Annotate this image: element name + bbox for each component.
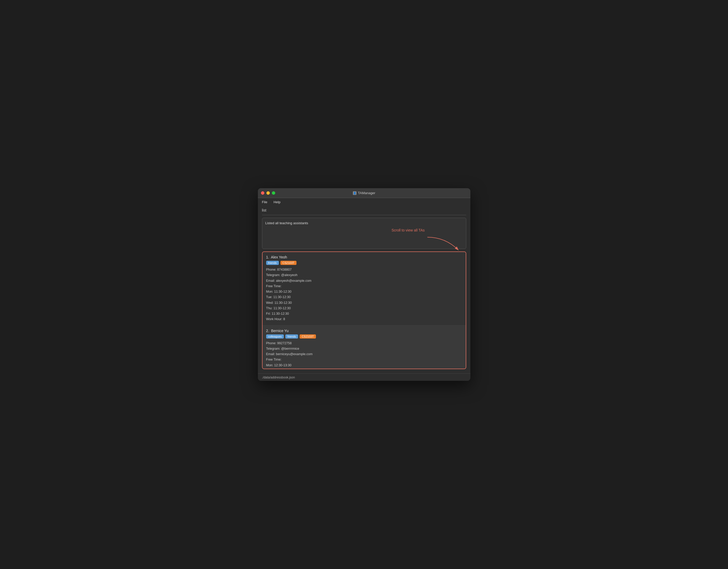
ta-info-2: Phone: 99272758 Telegram: @berrrrmice Em… — [266, 341, 462, 369]
ta-schedule-mon-1: Mon: 11:30-12:30 — [266, 289, 462, 294]
maximize-button[interactable] — [272, 191, 275, 195]
statusbar: ./data/addressbook.json — [258, 373, 470, 381]
tag-colleagues-2: colleagues — [266, 334, 284, 339]
ta-phone-1: Phone: 87438807 — [266, 267, 462, 272]
menu-file[interactable]: File — [261, 200, 268, 205]
ta-list-scroll[interactable]: 1. Alex Yeoh friends CS2103T Phone: 8743… — [263, 252, 466, 369]
ta-telegram-1: Telegram: @alexyeoh — [266, 272, 462, 278]
ta-name-1: 1. Alex Yeoh — [266, 255, 462, 259]
ta-freetime-label-2: Free Time: — [266, 357, 462, 362]
output-area: Listed all teaching assistants — [262, 218, 466, 249]
ta-schedule-mon-2: Mon: 12:30-13:30 — [266, 363, 462, 368]
tag-friends-1: friends — [266, 261, 279, 265]
ta-name-2: 2. Bernice Yu — [266, 329, 462, 333]
window-title: 👤 TAManager — [353, 191, 375, 195]
ta-phone-2: Phone: 99272758 — [266, 341, 462, 346]
ta-schedule-fri-1: Fri: 11:30-12:30 — [266, 311, 462, 317]
ta-schedule-tue-1: Tue: 11:30-12:30 — [266, 294, 462, 300]
ta-telegram-2: Telegram: @berrrrmice — [266, 346, 462, 352]
tag-cs2103t-2: CS2103T — [300, 334, 316, 339]
ta-item-1: 1. Alex Yeoh friends CS2103T Phone: 8743… — [263, 252, 466, 326]
ta-email-1: Email: alexyeoh@example.com — [266, 278, 462, 284]
ta-list-wrapper: 1. Alex Yeoh friends CS2103T Phone: 8743… — [262, 251, 466, 369]
ta-workhour-1: Work Hour: 8 — [266, 317, 462, 322]
ta-tags-2: colleagues friends CS2103T — [266, 334, 462, 339]
minimize-button[interactable] — [266, 191, 270, 195]
menu-help[interactable]: Help — [272, 200, 281, 205]
statusbar-path: ./data/addressbook.json — [262, 376, 295, 379]
menubar: File Help — [258, 198, 470, 206]
ta-email-2: Email: berniceyu@example.com — [266, 352, 462, 357]
command-label: list — [262, 208, 466, 212]
ta-schedule-thu-1: Thu: 11:30-12:30 — [266, 306, 462, 311]
tag-friends-2: friends — [285, 334, 298, 339]
ta-schedule-tue-2: Tue: 12:30-13:30 — [266, 368, 462, 369]
ta-item-2: 2. Bernice Yu colleagues friends CS2103T… — [263, 326, 466, 369]
output-text: Listed all teaching assistants — [265, 221, 463, 225]
titlebar: 👤 TAManager — [258, 188, 470, 198]
command-section: list — [258, 206, 470, 215]
ta-tags-1: friends CS2103T — [266, 261, 462, 265]
close-button[interactable] — [261, 191, 264, 195]
traffic-lights — [261, 191, 275, 195]
ta-info-1: Phone: 87438807 Telegram: @alexyeoh Emai… — [266, 267, 462, 322]
main-window: 👤 TAManager File Help list Listed all te… — [258, 188, 470, 381]
tag-cs2103t-1: CS2103T — [280, 261, 296, 265]
app-icon: 👤 — [353, 191, 356, 195]
ta-freetime-label-1: Free Time: — [266, 284, 462, 289]
ta-schedule-wed-1: Wed: 11:30-12:30 — [266, 300, 462, 306]
